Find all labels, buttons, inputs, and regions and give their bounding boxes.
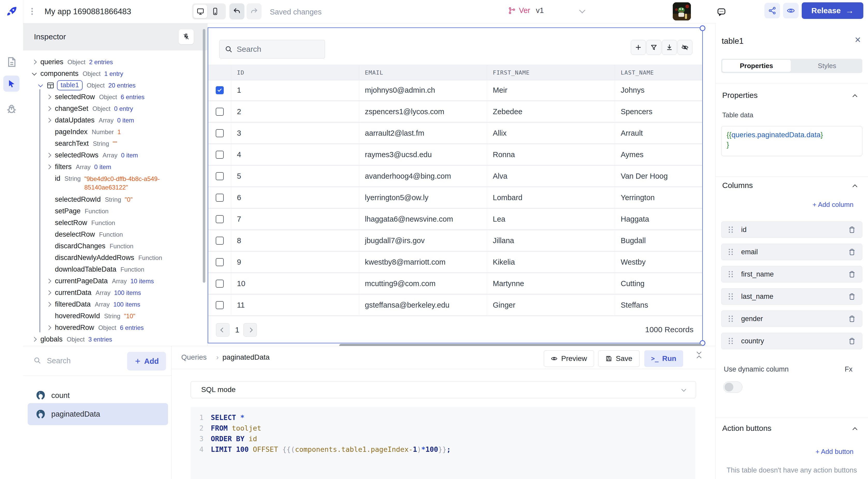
chevron-right-icon[interactable] bbox=[47, 107, 55, 110]
tab-styles[interactable]: Styles bbox=[793, 60, 862, 72]
tree-row[interactable]: changeSetObject0 entry bbox=[23, 103, 207, 115]
row-checkbox[interactable] bbox=[216, 301, 224, 309]
run-query-button[interactable]: >_ Run bbox=[644, 350, 683, 367]
table-row[interactable]: 11gsteffansa@berkeley.eduGingerSteffans bbox=[208, 295, 702, 316]
table-row[interactable]: 10mcutting9@com.comMartynneCutting bbox=[208, 273, 702, 295]
column-header[interactable]: ID bbox=[231, 65, 359, 80]
tree-row[interactable]: table1Object20 entries bbox=[23, 79, 207, 91]
filter-button[interactable] bbox=[646, 40, 661, 55]
row-checkbox[interactable] bbox=[216, 280, 224, 288]
table-row[interactable]: 6lyerrington5@ow.lyLombardYerrington bbox=[208, 187, 702, 209]
preview-app-button[interactable] bbox=[783, 3, 799, 19]
tree-row[interactable]: downloadTableDataFunction bbox=[23, 263, 207, 275]
tree-row[interactable]: discardNewlyAddedRowsFunction bbox=[23, 252, 207, 263]
redo-button[interactable] bbox=[247, 3, 261, 20]
tab-properties[interactable]: Properties bbox=[722, 60, 791, 72]
app-title[interactable]: My app 1690881866483 bbox=[44, 7, 131, 16]
chevron-right-icon[interactable] bbox=[33, 338, 40, 341]
fx-button[interactable]: Fx bbox=[845, 365, 852, 373]
add-column-button[interactable]: + Add column bbox=[813, 201, 854, 209]
collapse-actions-chevron-up-icon[interactable] bbox=[853, 426, 857, 433]
row-checkbox[interactable] bbox=[216, 86, 224, 94]
undo-button[interactable] bbox=[229, 3, 244, 20]
debugger-button[interactable] bbox=[6, 103, 17, 115]
widget-name[interactable]: table1 bbox=[722, 36, 743, 46]
tree-row[interactable]: globalsObject3 entries bbox=[23, 333, 207, 345]
chevron-down-icon[interactable] bbox=[33, 72, 40, 75]
query-item[interactable]: count bbox=[28, 388, 168, 403]
tree-row[interactable]: selectedRowsArray0 item bbox=[23, 150, 207, 161]
delete-column-icon[interactable] bbox=[848, 337, 856, 345]
table1-widget[interactable]: Search IDEMAILFIRST_NAMELAST_NAME 1mjohn… bbox=[208, 27, 703, 343]
chevron-right-icon[interactable] bbox=[47, 303, 55, 306]
table-search-input[interactable]: Search bbox=[219, 40, 325, 59]
app-menu-kebab-icon[interactable] bbox=[27, 7, 37, 16]
row-checkbox[interactable] bbox=[216, 194, 224, 202]
tree-row[interactable]: filteredDataArray100 items bbox=[23, 298, 207, 310]
column-item[interactable]: first_name bbox=[721, 266, 862, 283]
table-row[interactable]: 5avanderhoog4@bing.comAlvaVan Der Hoog bbox=[208, 166, 702, 187]
table-row[interactable]: 4raymes3@ucsd.eduRonnaAymes bbox=[208, 144, 702, 166]
tree-row[interactable]: dataUpdatesArray0 item bbox=[23, 115, 207, 126]
column-header[interactable]: EMAIL bbox=[359, 65, 487, 80]
breadcrumb-root[interactable]: Queries bbox=[181, 353, 207, 361]
row-checkbox[interactable] bbox=[216, 215, 224, 223]
next-page-button[interactable] bbox=[243, 323, 257, 337]
desktop-toggle-button[interactable] bbox=[193, 5, 207, 18]
column-item[interactable]: last_name bbox=[721, 288, 862, 305]
column-header[interactable]: LAST_NAME bbox=[615, 65, 702, 80]
add-query-button[interactable]: Add bbox=[127, 352, 166, 371]
add-row-button[interactable] bbox=[631, 40, 646, 55]
delete-column-icon[interactable] bbox=[848, 248, 856, 256]
mobile-toggle-button[interactable] bbox=[208, 5, 222, 18]
breadcrumb-query-name[interactable]: paginatedData bbox=[222, 353, 270, 361]
delete-column-icon[interactable] bbox=[848, 315, 856, 323]
chevron-down-icon[interactable] bbox=[39, 84, 46, 87]
collapse-columns-chevron-up-icon[interactable] bbox=[853, 184, 857, 190]
chevron-right-icon[interactable] bbox=[33, 60, 40, 64]
preview-button[interactable]: Preview bbox=[544, 350, 594, 367]
resize-handle-top-right[interactable] bbox=[700, 25, 705, 31]
column-header[interactable]: FIRST_NAME bbox=[487, 65, 615, 80]
table-row[interactable]: 9kwestby8@marriott.comKikeliaWestby bbox=[208, 252, 702, 273]
tree-row[interactable]: filtersArray0 item bbox=[23, 161, 207, 173]
hide-columns-button[interactable] bbox=[677, 40, 692, 55]
table-row[interactable]: 7lhaggata6@newsvine.comLeaHaggata bbox=[208, 209, 702, 230]
delete-column-icon[interactable] bbox=[848, 226, 856, 233]
chevron-right-icon[interactable] bbox=[47, 165, 55, 168]
prev-page-button[interactable] bbox=[216, 323, 229, 337]
tree-row[interactable]: selectedRowObject6 entries bbox=[23, 91, 207, 103]
table-row[interactable]: 1mjohnys0@admin.chMeirJohnys bbox=[208, 80, 702, 101]
delete-column-icon[interactable] bbox=[848, 293, 856, 300]
table-row[interactable]: 8jbugdall7@irs.govJillanaBugdall bbox=[208, 230, 702, 252]
tree-row[interactable]: currentDataArray100 items bbox=[23, 287, 207, 298]
chevron-right-icon[interactable] bbox=[47, 326, 55, 329]
release-button[interactable]: Release → bbox=[802, 2, 863, 19]
tree-row[interactable]: discardChangesFunction bbox=[23, 240, 207, 252]
save-query-button[interactable]: Save bbox=[598, 350, 640, 367]
column-item[interactable]: id bbox=[721, 221, 862, 238]
chevron-right-icon[interactable] bbox=[47, 154, 55, 157]
version-chevron-down-icon[interactable] bbox=[580, 9, 584, 13]
row-checkbox[interactable] bbox=[216, 172, 224, 180]
download-button[interactable] bbox=[662, 40, 677, 55]
avatar[interactable] bbox=[673, 2, 691, 21]
chevron-right-icon[interactable] bbox=[47, 291, 55, 294]
tree-row[interactable]: selectedRowIdString"0" bbox=[23, 194, 207, 205]
row-checkbox[interactable] bbox=[216, 108, 224, 116]
chevron-right-icon[interactable] bbox=[47, 95, 55, 99]
tree-row[interactable]: queriesObject2 entries bbox=[23, 56, 207, 68]
share-button[interactable] bbox=[765, 3, 780, 19]
tree-row[interactable]: componentsObject1 entry bbox=[23, 68, 207, 79]
tree-row[interactable]: currentPageDataArray10 items bbox=[23, 275, 207, 287]
tree-row[interactable]: idString"9be4d9c0-dffb-4b8c-a549-85140ae… bbox=[23, 173, 207, 194]
sql-mode-select[interactable]: SQL mode bbox=[191, 381, 696, 398]
tree-row[interactable]: hoveredRowObject6 entries bbox=[23, 322, 207, 333]
pages-button[interactable] bbox=[6, 56, 17, 68]
unpin-button[interactable] bbox=[179, 29, 194, 44]
query-search[interactable]: Search Add bbox=[23, 346, 172, 376]
chevron-right-icon[interactable] bbox=[47, 119, 55, 122]
delete-column-icon[interactable] bbox=[848, 270, 856, 278]
tree-row[interactable]: deselectRowFunction bbox=[23, 229, 207, 240]
table-data-input[interactable]: {{queries.paginatedData.data} } bbox=[721, 126, 862, 156]
